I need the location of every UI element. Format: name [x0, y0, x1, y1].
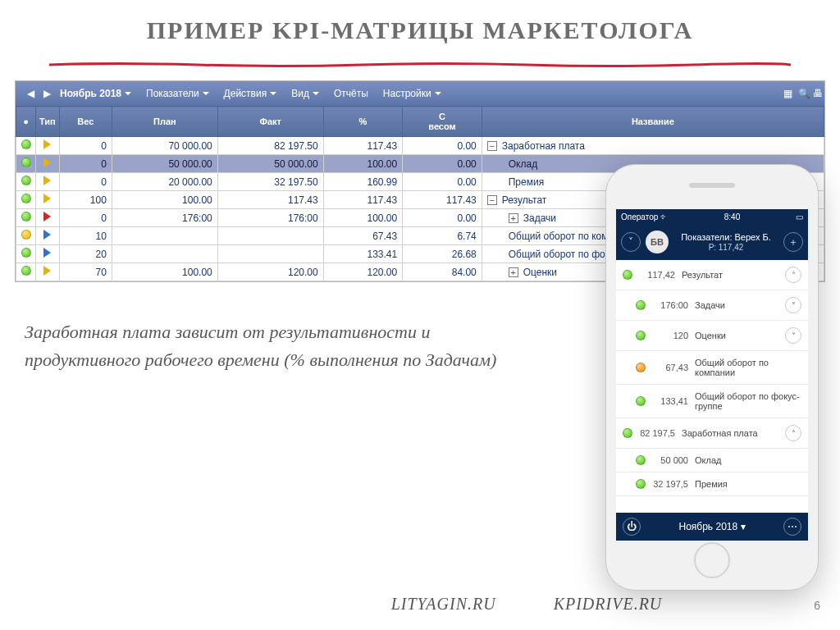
search-icon[interactable]: 🔍	[792, 84, 805, 103]
menu-reports[interactable]: Отчёты	[327, 84, 375, 103]
footer-more-icon[interactable]: ⋯	[783, 518, 801, 536]
list-item[interactable]: 120Оценки˅	[616, 321, 808, 351]
cell-pct: 100.00	[323, 155, 403, 173]
list-item[interactable]: 50 000Оклад	[616, 449, 808, 472]
footer-power-icon[interactable]: ⏻	[623, 518, 641, 536]
type-icon	[36, 137, 60, 155]
menu-settings[interactable]: Настройки	[377, 84, 448, 103]
cell-plan: 50 000.00	[112, 155, 217, 173]
phone-screen: Оператор ᯤ 8:40 ▭ ˅ БВ Показатели: Верех…	[616, 209, 808, 541]
footer: LITYAGIN.RU KPIDRIVE.RU	[0, 595, 840, 614]
item-value: 117,42	[639, 270, 675, 280]
cell-plan	[112, 227, 217, 245]
footer-date[interactable]: Ноябрь 2018 ▾	[678, 521, 745, 532]
grid-icon[interactable]: ▦	[777, 84, 790, 103]
chevron-icon[interactable]: ˅	[785, 327, 801, 344]
cell-fact	[217, 245, 323, 263]
status-dot	[16, 173, 36, 191]
table-header-row: ● Тип Вес План Факт % С весом Название	[16, 107, 824, 137]
cell-pct: 67.43	[323, 227, 403, 245]
menu-view[interactable]: Вид	[285, 84, 326, 103]
col-weight[interactable]: Вес	[59, 107, 112, 137]
nav-next-button[interactable]: ▶	[37, 84, 52, 103]
cell-fact: 82 197.50	[217, 137, 323, 155]
cell-plan: 20 000.00	[112, 173, 217, 191]
menu-actions[interactable]: Действия	[217, 84, 284, 103]
nav-prev-button[interactable]: ◀	[21, 84, 35, 103]
status-dot	[623, 428, 632, 438]
table-row[interactable]: 070 000.0082 197.50117.430.00−Заработная…	[16, 137, 824, 155]
type-icon	[36, 227, 60, 245]
status-dot	[16, 155, 36, 173]
chevron-icon[interactable]: ˄	[785, 425, 801, 441]
col-status[interactable]: ●	[16, 107, 36, 137]
phone-app-header: ˅ БВ Показатели: Верех Б. Р: 117,42 ＋	[616, 224, 808, 260]
status-dot	[636, 300, 646, 310]
item-label: Общий оборот по компании	[695, 358, 801, 377]
type-icon	[36, 209, 60, 227]
status-dot	[16, 263, 36, 281]
cell-weighted: 84.00	[403, 263, 482, 281]
list-item[interactable]: 176:00Задачи˅	[616, 290, 808, 321]
col-name[interactable]: Название	[482, 107, 824, 137]
cell-name: −Заработная плата	[482, 137, 824, 155]
cell-weight: 0	[59, 137, 112, 155]
cell-weighted: 6.74	[403, 227, 482, 245]
tree-collapse-icon[interactable]: −	[487, 141, 497, 151]
cell-fact: 176:00	[217, 209, 323, 227]
status-dot	[623, 270, 632, 280]
page-number: 6	[814, 599, 820, 612]
slide-caption: Заработная плата зависит от результативн…	[25, 318, 533, 374]
list-item[interactable]: 117,42Результат˄	[616, 260, 808, 290]
cell-fact: 120.00	[217, 263, 323, 281]
col-fact[interactable]: Факт	[217, 107, 323, 137]
list-item[interactable]: 67,43Общий оборот по компании	[616, 351, 808, 385]
list-item[interactable]: 32 197,5Премия	[616, 472, 808, 496]
menu-indicators[interactable]: Показатели	[139, 84, 216, 103]
list-item[interactable]: 82 197,5Заработная плата˄	[616, 418, 808, 449]
list-item[interactable]: 133,41Общий оборот по фокус-группе	[616, 385, 808, 418]
tree-expand-icon[interactable]: +	[509, 213, 518, 223]
status-dot	[636, 363, 646, 372]
chevron-icon[interactable]: ˅	[785, 297, 801, 313]
cell-weight: 0	[59, 209, 112, 227]
cell-fact: 32 197.50	[217, 173, 323, 191]
item-label: Результат	[682, 270, 778, 280]
header-add-button[interactable]: ＋	[783, 232, 803, 252]
header-menu-button[interactable]: ˅	[621, 232, 641, 252]
col-pct[interactable]: %	[323, 107, 403, 137]
item-label: Оценки	[695, 331, 778, 340]
phone-mock: Оператор ᯤ 8:40 ▭ ˅ БВ Показатели: Верех…	[605, 164, 819, 591]
cell-weight: 10	[59, 227, 112, 245]
col-plan[interactable]: План	[112, 107, 217, 137]
cell-weighted: 26.68	[403, 245, 482, 263]
cell-fact: 50 000.00	[217, 155, 323, 173]
col-type[interactable]: Тип	[36, 107, 60, 137]
cell-pct: 117.43	[323, 137, 403, 155]
item-value: 67,43	[652, 363, 688, 372]
type-icon	[36, 191, 60, 209]
cell-weight: 70	[59, 263, 112, 281]
status-dot	[636, 479, 646, 489]
avatar[interactable]: БВ	[646, 231, 669, 253]
battery-icon: ▭	[796, 212, 803, 221]
cell-pct: 117.43	[323, 191, 403, 209]
type-icon	[36, 173, 60, 191]
col-weighted[interactable]: С весом	[403, 107, 482, 137]
type-icon	[36, 263, 60, 281]
toolbar: ◀ ▶ Ноябрь 2018 Показатели Действия Вид …	[16, 81, 824, 106]
cell-pct: 120.00	[323, 263, 403, 281]
cell-plan: 70 000.00	[112, 137, 217, 155]
type-icon	[36, 245, 60, 263]
phone-statusbar: Оператор ᯤ 8:40 ▭	[616, 209, 808, 224]
tree-collapse-icon[interactable]: −	[487, 195, 497, 205]
print-icon[interactable]: 🖶	[806, 84, 819, 103]
tree-expand-icon[interactable]: +	[509, 267, 518, 277]
item-label: Задачи	[695, 300, 778, 310]
cell-fact	[217, 227, 323, 245]
phone-list: 117,42Результат˄176:00Задачи˅120Оценки˅6…	[616, 260, 808, 496]
date-picker[interactable]: Ноябрь 2018	[53, 84, 138, 103]
chevron-down-icon: ▾	[741, 521, 746, 532]
item-value: 82 197,5	[639, 428, 675, 438]
chevron-icon[interactable]: ˄	[785, 267, 801, 283]
